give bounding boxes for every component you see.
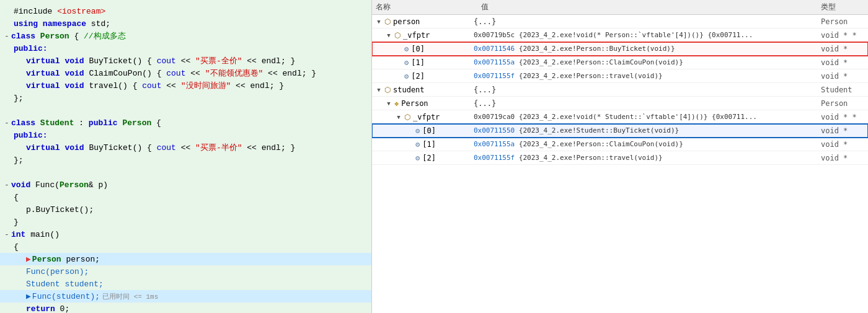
debug-row-student-0[interactable]: ▶ ⚙ [0] 0x00711550 {2023_4_2.exe!Student… xyxy=(372,124,868,138)
student-1-value: 0x0071155a {2023_4_2.exe!Person::ClaimCo… xyxy=(471,140,818,148)
debug-row-student-2[interactable]: ▶ ⚙ [2] 0x0071155f {2023_4_2.exe!Person:… xyxy=(372,151,868,165)
vfptr-person-name: _vfptr xyxy=(403,31,430,40)
blue-arrow-indicator: ▶ xyxy=(26,291,31,301)
gear-icon-p1: ⚙ xyxy=(404,58,409,67)
person-base-value: {...} xyxy=(471,99,818,108)
debug-row-vfptr-person[interactable]: ▼ ⬡ _vfptr 0x00719b5c {2023_4_2.exe!void… xyxy=(372,29,868,42)
student-2-name: [2] xyxy=(422,154,436,162)
student-0-name: [0] xyxy=(422,126,436,135)
person-var-name: person xyxy=(393,17,420,26)
gear-icon-s0: ⚙ xyxy=(415,126,420,135)
expand-student[interactable]: ▼ xyxy=(374,86,383,94)
debug-row-student-1[interactable]: ▶ ⚙ [1] 0x0071155a {2023_4_2.exe!Person:… xyxy=(372,138,868,151)
code-line-23: return 0; xyxy=(0,302,371,313)
vfptr-person-value: 0x00719b5c {2023_4_2.exe!void(* Person::… xyxy=(471,31,818,39)
person-value: {...} xyxy=(471,17,818,26)
code-line-18: { xyxy=(0,240,371,253)
person-0-value: 0x00711546 {2023_4_2.exe!Person::BuyTick… xyxy=(471,45,818,53)
code-line-16: } xyxy=(0,216,371,228)
debug-panel: 名称 值 类型 ▼ ⬡ person {...} Person ▼ ⬡ _vfp… xyxy=(372,0,868,313)
code-line-10: public: xyxy=(0,129,371,141)
code-line-14: { xyxy=(0,191,371,203)
expand-person-in-student[interactable]: ▼ xyxy=(384,99,393,108)
code-line-blank1 xyxy=(0,104,371,117)
code-line-19: ▶ Person person; xyxy=(0,253,371,265)
collapse-func[interactable]: - xyxy=(2,180,11,190)
debug-col-type: 类型 xyxy=(821,2,864,12)
person-2-name: [2] xyxy=(411,72,425,81)
expand-person[interactable]: ▼ xyxy=(374,17,383,26)
code-line-7: virtual void travel() { cout << "没时间旅游" … xyxy=(0,79,371,92)
code-line-22: ▶ Func(student);已用时间 <= 1ms xyxy=(0,290,371,302)
person-2-value: 0x0071155f {2023_4_2.exe!Person::travel(… xyxy=(471,72,818,80)
code-line-13: - void Func(Person& p) xyxy=(0,179,371,191)
code-line-6: virtual void ClaimCouPon() { cout << "不能… xyxy=(0,67,371,79)
cube-icon-vfptr: ⬡ xyxy=(394,31,401,40)
gear-icon-s2: ⚙ xyxy=(415,154,420,162)
expand-vfptr-student[interactable]: ▼ xyxy=(394,113,403,121)
student-value: {...} xyxy=(471,86,818,94)
student-1-type: void * xyxy=(818,140,868,149)
student-0-value: 0x00711550 {2023_4_2.exe!Student::BuyTic… xyxy=(471,126,818,134)
code-line-15: p.BuyTicket(); xyxy=(0,203,371,216)
vfptr-student-type: void * * xyxy=(818,113,868,121)
code-line-1: #include <iostream> xyxy=(0,5,371,17)
expand-vfptr-person[interactable]: ▼ xyxy=(384,31,393,40)
student-type: Student xyxy=(818,86,868,94)
debug-row-person-0[interactable]: ▶ ⚙ [0] 0x00711546 {2023_4_2.exe!Person:… xyxy=(372,42,868,56)
person-1-name: [1] xyxy=(411,58,425,67)
debug-row-person[interactable]: ▼ ⬡ person {...} Person xyxy=(372,15,868,29)
person-1-type: void * xyxy=(818,58,868,67)
debug-row-person-2[interactable]: ▶ ⚙ [2] 0x0071155f {2023_4_2.exe!Person:… xyxy=(372,69,868,83)
person-type: Person xyxy=(818,17,868,26)
code-line-12: }; xyxy=(0,154,371,166)
gear-icon-p2: ⚙ xyxy=(404,72,409,81)
cube-icon-student: ⬡ xyxy=(384,86,391,94)
person-0-name: [0] xyxy=(411,45,425,53)
code-line-blank2 xyxy=(0,166,371,179)
code-line-2: using namespace std; xyxy=(0,17,371,30)
collapse-student[interactable]: - xyxy=(2,118,11,128)
debug-row-student[interactable]: ▼ ⬡ student {...} Student xyxy=(372,83,868,97)
person-2-type: void * xyxy=(818,72,868,81)
person-1-value: 0x0071155a {2023_4_2.exe!Person::ClaimCo… xyxy=(471,58,818,66)
student-var-name: student xyxy=(393,86,425,94)
code-line-9: - class Student : public Person { xyxy=(0,117,371,129)
code-line-21: Student student; xyxy=(0,278,371,290)
code-line-8: }; xyxy=(0,92,371,104)
code-line-11: virtual void BuyTicket() { cout << "买票-半… xyxy=(0,141,371,154)
red-arrow-indicator: ▶ xyxy=(26,254,31,264)
gear-icon-p0: ⚙ xyxy=(404,45,409,53)
cube-icon: ⬡ xyxy=(384,17,391,26)
person-base-name: Person xyxy=(401,99,428,108)
student-1-name: [1] xyxy=(422,140,436,149)
code-line-17: - int main() xyxy=(0,228,371,240)
person-0-type: void * xyxy=(818,45,868,53)
student-2-type: void * xyxy=(818,154,868,162)
debug-col-value: 值 xyxy=(481,2,821,12)
code-line-3: - class Person { //构成多态 xyxy=(0,30,371,42)
collapse-main[interactable]: - xyxy=(2,230,11,239)
code-line-5: virtual void BuyTicket() { cout << "买票-全… xyxy=(0,55,371,67)
student-0-type: void * xyxy=(818,126,868,135)
code-line-20: Func(person); xyxy=(0,265,371,278)
debug-col-name: 名称 xyxy=(376,2,481,12)
person-base-type: Person xyxy=(818,99,868,108)
gear-icon-s1: ⚙ xyxy=(415,140,420,149)
debug-header: 名称 值 类型 xyxy=(372,0,868,15)
vfptr-student-value: 0x00719ca0 {2023_4_2.exe!void(* Student:… xyxy=(471,113,818,121)
code-line-4: public: xyxy=(0,42,371,55)
collapse-person[interactable]: - xyxy=(2,32,11,41)
debug-row-person-1[interactable]: ▶ ⚙ [1] 0x0071155a {2023_4_2.exe!Person:… xyxy=(372,56,868,69)
vfptr-person-type: void * * xyxy=(818,31,868,40)
code-editor: #include <iostream> using namespace std;… xyxy=(0,0,372,313)
cube-icon-vfptr-student: ⬡ xyxy=(404,113,410,121)
debug-row-person-in-student[interactable]: ▼ ❖ Person {...} Person xyxy=(372,97,868,110)
debug-row-vfptr-student[interactable]: ▼ ⬡ _vfptr 0x00719ca0 {2023_4_2.exe!void… xyxy=(372,110,868,124)
student-2-value: 0x0071155f {2023_4_2.exe!Person::travel(… xyxy=(471,154,818,162)
vfptr-student-name: _vfptr xyxy=(413,113,440,121)
cube-icon-person-base: ❖ xyxy=(394,99,399,108)
